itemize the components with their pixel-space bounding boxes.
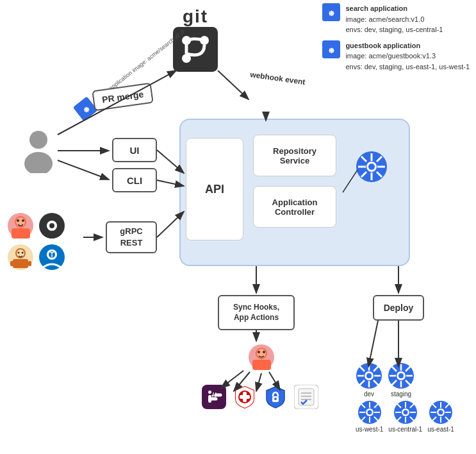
- astronaut-avatar: [6, 212, 35, 240]
- search-app-annotation: ⎈ search application image: acme/search:…: [73, 25, 190, 122]
- helm-avatar: T: [38, 243, 67, 272]
- svg-line-139: [368, 321, 378, 367]
- search-app-text: search application image: acme/search:v1…: [345, 3, 443, 35]
- bot-avatars-section: T: [6, 212, 77, 272]
- svg-point-12: [24, 152, 53, 173]
- robot-avatar-bottom: [247, 343, 276, 374]
- application-controller-box: ApplicationController: [253, 186, 336, 228]
- git-label: git: [173, 6, 218, 27]
- cli-box: CLI: [112, 168, 157, 192]
- k8s-staging: staging: [388, 362, 414, 398]
- svg-point-11: [29, 131, 47, 149]
- svg-point-16: [17, 219, 19, 222]
- ui-box: UI: [112, 138, 157, 162]
- bottom-tool-icons: #: [202, 385, 318, 409]
- svg-text:⎈: ⎈: [329, 8, 334, 18]
- svg-line-130: [218, 71, 249, 99]
- svg-point-113: [439, 410, 443, 415]
- k8s-environments: dev staging: [356, 362, 454, 433]
- svg-rect-50: [252, 360, 271, 370]
- svg-point-25: [18, 252, 20, 254]
- deploy-box: Deploy: [373, 295, 424, 321]
- svg-point-80: [398, 373, 404, 378]
- api-box: API: [186, 138, 243, 240]
- search-app-card: ⎈ search application image: acme/search:…: [322, 3, 470, 35]
- k8s-row-top: dev staging: [356, 362, 454, 398]
- search-app-icon: ⎈: [322, 3, 340, 21]
- svg-point-15: [16, 217, 25, 226]
- circleci-avatar: [38, 212, 67, 240]
- webhook-event-label: webhook event: [249, 70, 306, 87]
- shield-red-icon: [233, 385, 257, 409]
- svg-point-26: [22, 252, 24, 254]
- svg-point-49: [263, 351, 265, 353]
- grpc-rest-box: gRPCREST: [106, 221, 157, 253]
- sync-hooks-box: Sync Hooks,App Actions: [218, 295, 295, 330]
- checklist-icon: [294, 385, 318, 409]
- k8s-row-bottom: us-west-1 us-central-1: [356, 400, 454, 433]
- svg-point-61: [274, 398, 277, 400]
- svg-text:#: #: [211, 391, 217, 402]
- svg-rect-18: [12, 228, 30, 239]
- guestbook-app-icon: ⎈: [322, 40, 340, 58]
- k8s-main-icon: [356, 151, 388, 185]
- svg-point-24: [17, 249, 24, 257]
- svg-rect-27: [13, 259, 28, 268]
- svg-line-124: [58, 160, 109, 180]
- svg-point-36: [368, 164, 375, 170]
- shield-lock-icon: [263, 385, 288, 409]
- svg-point-91: [367, 410, 372, 415]
- guestbook-app-card: ⎈ guestbook application image: acme/gues…: [322, 40, 470, 72]
- repository-service-box: RepositoryService: [253, 135, 336, 176]
- guestbook-app-text: guestbook application image: acme/guestb…: [345, 40, 470, 72]
- svg-text:T: T: [50, 251, 54, 258]
- k8s-us-west: us-west-1: [356, 400, 383, 433]
- app-cards-section: ⎈ search application image: acme/search:…: [322, 3, 470, 72]
- svg-point-17: [22, 219, 24, 222]
- k8s-dev: dev: [356, 362, 382, 398]
- svg-rect-28: [10, 261, 13, 266]
- svg-text:⎈: ⎈: [329, 45, 334, 55]
- svg-point-21: [49, 223, 54, 228]
- k8s-us-east: us-east-1: [427, 400, 454, 433]
- svg-rect-29: [28, 261, 31, 266]
- svg-point-48: [258, 351, 260, 353]
- jenkins-avatar: [6, 243, 35, 272]
- person-icon: [19, 128, 58, 173]
- slack-icon: #: [202, 385, 226, 409]
- svg-point-47: [257, 349, 266, 358]
- svg-rect-59: [240, 395, 250, 399]
- svg-point-69: [366, 373, 372, 378]
- svg-point-102: [403, 410, 407, 415]
- k8s-us-central: us-central-1: [388, 400, 422, 433]
- user-person: [19, 128, 58, 176]
